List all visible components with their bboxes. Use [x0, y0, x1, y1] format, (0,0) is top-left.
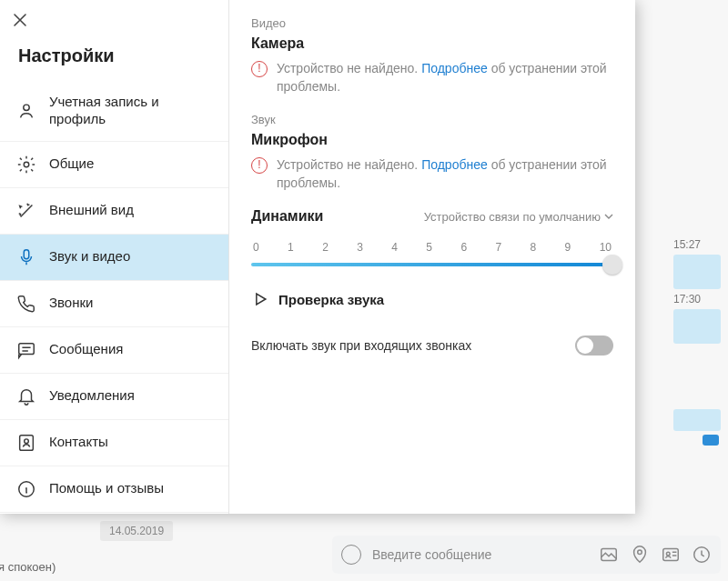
- slider-thumb[interactable]: [602, 255, 622, 275]
- phone-icon: [16, 294, 36, 314]
- wand-icon: [16, 201, 36, 221]
- sidebar-item-label: Сообщения: [49, 341, 123, 358]
- settings-modal: Настройки Учетная запись и профиль Общие…: [0, 0, 635, 514]
- sidebar-item-appearance[interactable]: Внешний вид: [0, 188, 228, 235]
- chevron-down-icon: [604, 212, 613, 221]
- gear-icon: [16, 155, 36, 175]
- unmute-incoming-toggle[interactable]: [575, 336, 613, 356]
- sidebar-item-messaging[interactable]: Сообщения: [0, 327, 228, 374]
- dropdown-value: Устройство связи по умолчанию: [424, 210, 601, 224]
- chat-bubble: [673, 409, 721, 431]
- chat-bubble: [673, 255, 721, 289]
- svg-rect-2: [663, 549, 679, 561]
- svg-point-5: [24, 105, 29, 110]
- message-time: 17:30: [673, 293, 701, 306]
- message-icon: [16, 340, 36, 360]
- sidebar-item-label: Учетная запись и профиль: [49, 94, 212, 128]
- emoji-icon[interactable]: [341, 545, 361, 565]
- audio-section-label: Звук: [251, 113, 613, 126]
- sidebar-item-label: Помощь и отзывы: [49, 480, 164, 497]
- test-audio-button[interactable]: Проверка звука: [251, 290, 613, 308]
- chat-bubble: [673, 309, 721, 344]
- read-receipt-icon: [703, 435, 719, 446]
- speakers-device-dropdown[interactable]: Устройство связи по умолчанию: [424, 210, 613, 224]
- location-icon[interactable]: [630, 545, 650, 565]
- svg-rect-8: [19, 343, 35, 354]
- bell-icon: [16, 386, 36, 406]
- mic-title: Микрофон: [251, 132, 613, 148]
- svg-point-6: [24, 162, 29, 167]
- settings-title: Настройки: [0, 40, 228, 81]
- settings-sidebar: Настройки Учетная запись и профиль Общие…: [0, 0, 229, 514]
- speakers-title: Динамики: [251, 208, 323, 225]
- sidebar-item-notifications[interactable]: Уведомления: [0, 374, 228, 420]
- sidebar-item-label: Звук и видео: [49, 248, 130, 265]
- slider-track[interactable]: [251, 263, 613, 266]
- message-time: 15:27: [673, 238, 701, 251]
- mic-icon: [16, 247, 36, 267]
- composer-placeholder[interactable]: Введите сообщение: [372, 547, 588, 562]
- svg-point-1: [638, 550, 642, 555]
- svg-point-10: [25, 438, 29, 443]
- play-icon: [251, 290, 269, 308]
- sidebar-item-label: Звонки: [49, 295, 93, 312]
- message-composer[interactable]: Введите сообщение: [332, 536, 721, 574]
- learn-more-link[interactable]: Подробнее: [421, 157, 488, 172]
- sidebar-item-label: Уведомления: [49, 387, 135, 405]
- warning-icon: !: [251, 61, 268, 77]
- mic-warning: ! Устройство не найдено. Подробнее об ус…: [251, 155, 613, 193]
- warning-text: Устройство не найдено.: [277, 61, 418, 75]
- sidebar-item-label: Общие: [49, 155, 94, 173]
- video-section-label: Видео: [251, 16, 613, 30]
- warning-text: Устройство не найдено.: [277, 157, 418, 172]
- warning-icon: !: [251, 157, 268, 174]
- sidebar-item-label: Внешний вид: [49, 202, 134, 219]
- chat-date-separator: 14.05.2019: [100, 521, 173, 541]
- sidebar-item-calling[interactable]: Звонки: [0, 281, 228, 327]
- contacts-icon: [16, 433, 36, 453]
- svg-rect-7: [24, 249, 29, 258]
- svg-point-3: [666, 552, 670, 556]
- test-audio-label: Проверка звука: [278, 292, 384, 307]
- contact-card-icon[interactable]: [661, 545, 681, 565]
- photo-icon[interactable]: [599, 545, 619, 565]
- close-icon: [13, 13, 27, 27]
- learn-more-link[interactable]: Подробнее: [421, 61, 488, 75]
- close-button[interactable]: [0, 0, 40, 40]
- unmute-incoming-label: Включать звук при входящих звонках: [251, 338, 471, 353]
- slider-tick-labels: 0 1 2 3 4 5 6 7 8 9 10: [251, 241, 613, 254]
- status-text: я спокоен): [0, 560, 56, 574]
- sidebar-item-general[interactable]: Общие: [0, 142, 228, 188]
- sidebar-item-account[interactable]: Учетная запись и профиль: [0, 81, 228, 142]
- sidebar-item-contacts[interactable]: Контакты: [0, 420, 228, 466]
- sidebar-item-label: Контакты: [49, 434, 108, 451]
- camera-title: Камера: [251, 35, 613, 52]
- settings-content: Видео Камера ! Устройство не найдено. По…: [229, 0, 635, 514]
- speakers-volume-slider[interactable]: 0 1 2 3 4 5 6 7 8 9 10: [251, 241, 613, 266]
- camera-warning: ! Устройство не найдено. Подробнее об ус…: [251, 59, 613, 96]
- person-icon: [16, 101, 36, 121]
- sidebar-item-help[interactable]: Помощь и отзывы: [0, 466, 228, 513]
- info-icon: [16, 479, 36, 499]
- schedule-icon[interactable]: [692, 545, 712, 565]
- sidebar-item-audio-video[interactable]: Звук и видео: [0, 235, 228, 281]
